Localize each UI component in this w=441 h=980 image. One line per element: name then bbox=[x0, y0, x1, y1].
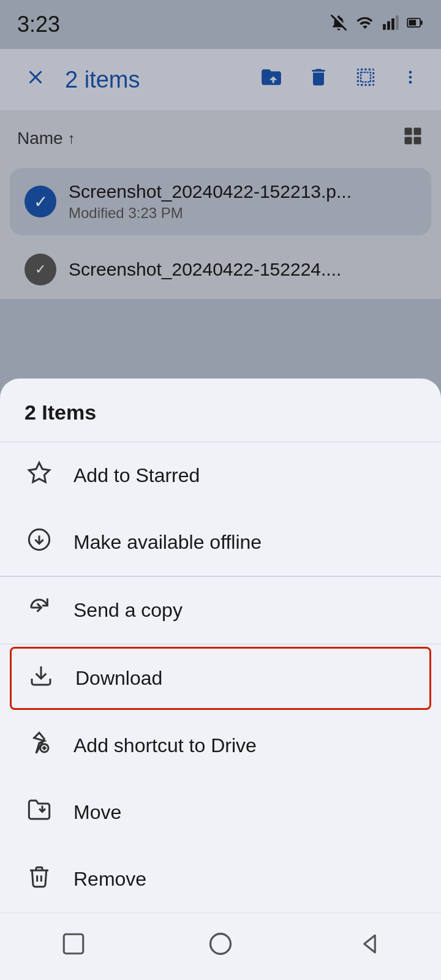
sheet-header: 2 Items bbox=[0, 379, 441, 442]
svg-marker-16 bbox=[29, 462, 49, 482]
menu-item-copy[interactable]: Send a copy bbox=[0, 577, 441, 644]
menu-label-remove: Remove bbox=[74, 868, 146, 891]
menu-label-shortcut: Add shortcut to Drive bbox=[74, 734, 257, 757]
menu-item-shortcut[interactable]: Add shortcut to Drive bbox=[0, 712, 441, 779]
svg-rect-25 bbox=[64, 934, 83, 954]
menu-item-starred[interactable]: Add to Starred bbox=[0, 442, 441, 509]
nav-square-icon[interactable] bbox=[61, 931, 86, 962]
svg-point-26 bbox=[210, 934, 230, 954]
menu-label-offline: Make available offline bbox=[74, 531, 262, 554]
download-icon bbox=[26, 663, 56, 693]
menu-item-move[interactable]: Move bbox=[0, 779, 441, 846]
menu-item-download[interactable]: Download bbox=[10, 647, 431, 710]
divider-2 bbox=[0, 644, 441, 645]
move-icon bbox=[24, 797, 54, 827]
menu-label-copy: Send a copy bbox=[74, 599, 183, 622]
offline-icon bbox=[24, 527, 54, 557]
sheet-title: 2 Items bbox=[24, 401, 96, 424]
menu-item-offline[interactable]: Make available offline bbox=[0, 509, 441, 576]
send-copy-icon bbox=[24, 595, 54, 625]
trash-icon bbox=[24, 864, 54, 894]
star-icon bbox=[24, 461, 54, 491]
bottom-sheet: 2 Items Add to Starred Make available of… bbox=[0, 379, 441, 980]
menu-item-remove[interactable]: Remove bbox=[0, 846, 441, 913]
nav-back-icon[interactable] bbox=[355, 931, 380, 962]
nav-bar bbox=[0, 913, 441, 980]
menu-label-move: Move bbox=[74, 801, 121, 824]
menu-label-starred: Add to Starred bbox=[74, 464, 200, 487]
svg-marker-27 bbox=[364, 935, 375, 952]
nav-home-icon[interactable] bbox=[207, 930, 234, 963]
menu-label-download: Download bbox=[75, 667, 162, 690]
shortcut-icon bbox=[24, 731, 54, 761]
